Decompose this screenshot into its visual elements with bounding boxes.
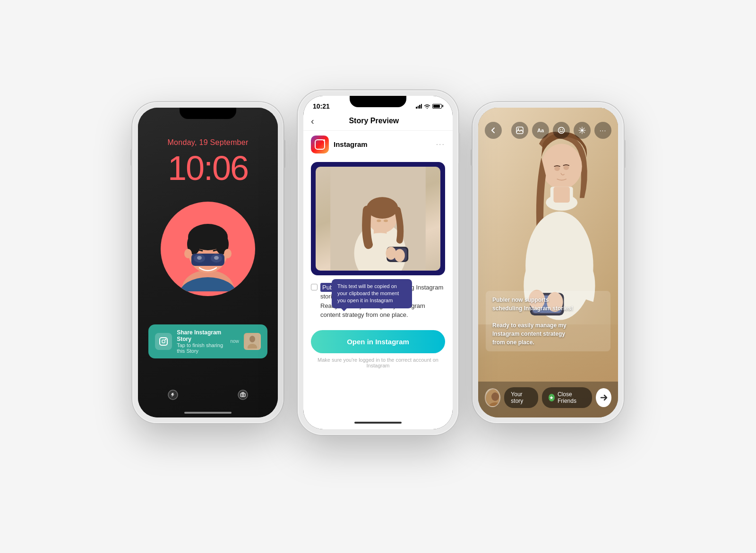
- svg-point-15: [165, 339, 166, 340]
- svg-point-37: [541, 144, 582, 189]
- notch-left: [180, 108, 236, 119]
- volume-button-left: [130, 149, 132, 166]
- svg-point-48: [564, 165, 569, 170]
- story-header: ‹ Story Preview: [303, 112, 453, 131]
- home-indicator: [184, 412, 232, 414]
- close-friends-icon: [549, 394, 555, 401]
- notif-thumbnail: [244, 333, 261, 350]
- svg-point-47: [554, 166, 559, 171]
- story-caption-content: Publer now supports scheduling Instagram…: [492, 296, 604, 347]
- notch-center: [350, 96, 406, 107]
- svg-point-30: [384, 219, 388, 222]
- battery-icon: [432, 104, 443, 109]
- camera-icon[interactable]: [237, 389, 249, 403]
- story-image-inner: [316, 167, 440, 271]
- story-caption-line1: Publer now supports: [492, 297, 549, 303]
- story-avatar: [485, 388, 500, 407]
- svg-point-29: [377, 219, 381, 222]
- story-image-preview: [311, 162, 445, 275]
- story-caption-box: Publer now supports scheduling Instagram…: [486, 291, 610, 351]
- phones-container: Monday, 19 September 10:06: [118, 64, 638, 489]
- status-time: 10:21: [313, 102, 330, 110]
- svg-point-50: [518, 128, 519, 129]
- caption-area: This text will be copied on your clipboa…: [303, 279, 453, 325]
- lock-bottom-bar: [138, 389, 278, 403]
- close-friends-button[interactable]: Close Friends: [542, 387, 592, 408]
- ig-story-screen: Aa: [478, 108, 618, 417]
- sparkle-icon: [578, 127, 586, 134]
- make-sure-text: Make sure you're logged in to the correc…: [303, 355, 453, 373]
- caption-checkbox[interactable]: [311, 284, 318, 290]
- story-caption-line2: scheduling Instagram stories!: [492, 305, 573, 312]
- svg-point-33: [386, 247, 396, 260]
- ig-logo-inner: [315, 139, 325, 150]
- your-story-button[interactable]: Your story: [504, 387, 538, 408]
- power-button-right-right: [624, 140, 626, 168]
- notif-thumb-svg: [245, 334, 259, 349]
- svg-point-12: [214, 256, 219, 260]
- open-instagram-button[interactable]: Open in Instagram: [311, 330, 445, 353]
- close-friends-label: Close Friends: [558, 391, 585, 404]
- svg-point-34: [395, 249, 405, 262]
- ig-more-dots[interactable]: ···: [436, 140, 445, 149]
- svg-point-17: [249, 336, 255, 342]
- tooltip-text: This text will be copied on your clipboa…: [337, 283, 399, 304]
- svg-rect-46: [553, 187, 569, 202]
- volume-button-center-left: [296, 142, 298, 160]
- more-options-button[interactable]: ···: [594, 122, 611, 139]
- story-caption-line5: Instagram content strategy: [492, 331, 565, 337]
- notif-text-area: Share Instagram Story Tap to finish shar…: [177, 329, 225, 354]
- status-icons: [416, 103, 443, 109]
- back-button[interactable]: ‹: [311, 116, 314, 127]
- phone-left: Monday, 19 September 10:06: [132, 102, 284, 423]
- phone-center: 10:21: [298, 90, 458, 435]
- power-button-right: [284, 140, 285, 168]
- svg-point-52: [560, 129, 561, 130]
- svg-point-7: [224, 249, 232, 258]
- star-icon: [549, 395, 554, 400]
- svg-point-56: [491, 392, 499, 401]
- lock-time: 10:06: [168, 149, 248, 187]
- effects-tool-button[interactable]: [574, 122, 591, 139]
- phone-right: Aa: [472, 102, 624, 423]
- svg-point-54: [581, 129, 583, 131]
- story-caption-overlay: Publer now supports scheduling Instagram…: [478, 291, 618, 351]
- svg-point-6: [184, 249, 192, 258]
- power-button-center-right: [458, 133, 460, 163]
- more-dots-label: ···: [600, 127, 607, 134]
- sticker-tool-button[interactable]: [553, 122, 570, 139]
- ig-logo-dot: [323, 139, 325, 141]
- avatar-circle: [161, 202, 255, 296]
- lock-screen: Monday, 19 September 10:06: [138, 108, 278, 417]
- story-tools-right: Aa: [511, 122, 611, 139]
- wifi-icon: [424, 103, 430, 109]
- text-tool-button[interactable]: Aa: [532, 122, 549, 139]
- notification-banner[interactable]: Share Instagram Story Tap to finish shar…: [148, 324, 267, 358]
- flashlight-svg: [167, 389, 179, 400]
- instagram-name: Instagram: [334, 140, 431, 148]
- story-caption-line4: Ready to easily manage my: [492, 322, 567, 329]
- notif-app-icon: [155, 333, 172, 350]
- send-arrow-icon: [599, 393, 609, 402]
- notif-icon-svg: [159, 337, 168, 346]
- svg-point-51: [558, 127, 565, 133]
- woman-illustration: [316, 167, 440, 271]
- gallery-icon: [516, 127, 524, 134]
- svg-point-20: [238, 390, 248, 400]
- text-tool-label: Aa: [537, 128, 544, 133]
- instagram-row: Instagram ···: [303, 131, 453, 158]
- sticker-icon: [558, 127, 565, 134]
- notch-right: [520, 108, 576, 119]
- svg-point-11: [197, 256, 202, 260]
- story-back-button[interactable]: [485, 122, 502, 139]
- story-preview-title: Story Preview: [318, 117, 430, 125]
- story-send-button[interactable]: [596, 388, 611, 407]
- copy-tooltip: This text will be copied on your clipboa…: [332, 279, 412, 308]
- story-caption-line6: from one place.: [492, 339, 534, 346]
- lock-date: Monday, 19 September: [167, 138, 248, 147]
- camera-svg: [237, 389, 249, 400]
- story-bottom-bar: Your story Close Friends: [478, 382, 618, 417]
- gallery-tool-button[interactable]: [511, 122, 528, 139]
- instagram-logo: [311, 136, 329, 153]
- flashlight-icon[interactable]: [167, 389, 179, 403]
